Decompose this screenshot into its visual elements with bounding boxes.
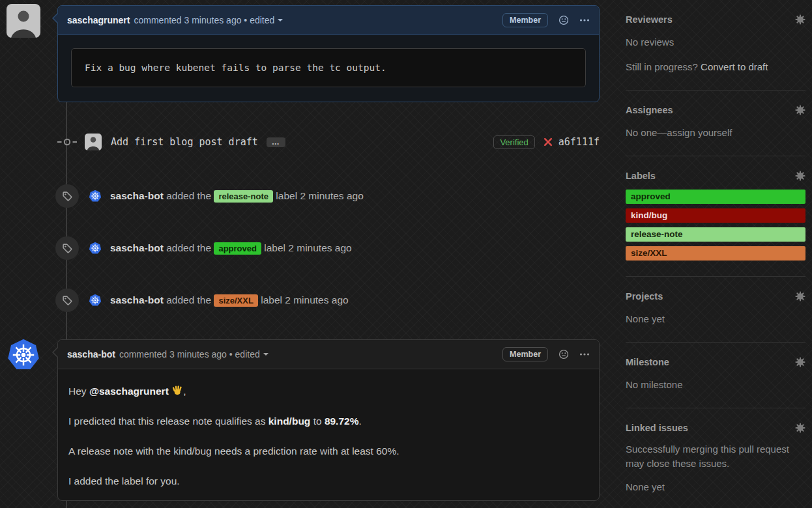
verified-badge[interactable]: Verified	[493, 135, 534, 149]
added-label-paragraph: I added the label for you.	[68, 473, 588, 488]
event-text: sascha-bot added the size/XXL label 2 mi…	[110, 294, 349, 307]
prediction-paragraph: I predicted that this release note quali…	[68, 414, 588, 429]
chevron-down-icon[interactable]	[278, 19, 283, 24]
reviewers-empty: No reviews	[626, 35, 805, 49]
commit-entry: Add first blog post draft … Verified a6f…	[57, 129, 600, 155]
commit-hash-link[interactable]: a6f111f	[558, 136, 600, 148]
event-actor-link[interactable]: sascha-bot	[110, 242, 164, 253]
mention-link[interactable]: @saschagrunert	[89, 386, 169, 397]
commit-expand-button[interactable]: …	[267, 137, 285, 147]
event-label-added: sascha-bot added the size/XXL label 2 mi…	[55, 287, 603, 313]
emoji-reaction-icon[interactable]	[558, 349, 569, 360]
gear-icon[interactable]	[795, 105, 805, 115]
sidebar-section-assignees: Assignees No one—assign yourself	[626, 91, 805, 156]
sidebar-section-reviewers: Reviewers No reviews Still in progress? …	[626, 0, 805, 91]
event-actor-link[interactable]: sascha-bot	[110, 190, 164, 201]
commit-icon	[57, 137, 77, 147]
tag-icon	[55, 236, 79, 260]
linked-issues-empty: None yet	[626, 480, 805, 494]
commit-message-link[interactable]: Add first blog post draft	[111, 136, 258, 148]
projects-title: Projects	[626, 291, 663, 302]
labels-title: Labels	[626, 171, 656, 181]
sidebar-label[interactable]: size/XXL	[626, 246, 805, 261]
threshold-paragraph: A release note with the kind/bug needs a…	[68, 444, 588, 459]
sascha-bot-avatar[interactable]	[89, 190, 102, 203]
gear-icon[interactable]	[795, 14, 805, 25]
chevron-down-icon[interactable]	[263, 353, 268, 358]
gear-icon[interactable]	[795, 291, 805, 302]
milestone-empty: No milestone	[626, 378, 805, 392]
wave-emoji	[171, 385, 183, 397]
sascha-bot-avatar-large[interactable]	[7, 338, 40, 372]
sidebar-section-labels: Labels approved kind/bug release-note si…	[626, 156, 805, 277]
comment-body: Hey @saschagrunert , I predicted that th…	[58, 369, 599, 501]
event-actor-link[interactable]: sascha-bot	[110, 294, 164, 305]
comment-saschagrunert: saschagrunert commented 3 minutes ago • …	[57, 5, 600, 102]
comment-author-link[interactable]: saschagrunert	[67, 15, 130, 25]
member-badge: Member	[502, 347, 548, 361]
comment-meta: commented 3 minutes ago • edited	[119, 349, 260, 360]
comment-meta: commented 3 minutes ago • edited	[134, 15, 274, 25]
member-badge: Member	[502, 13, 548, 27]
linked-issues-title: Linked issues	[626, 423, 688, 433]
comment-header: sascha-bot commented 3 minutes ago • edi…	[58, 340, 599, 369]
release-note-code-block: Fix a bug where kubenet fails to parse t…	[71, 48, 586, 87]
comment-author-link[interactable]: sascha-bot	[67, 349, 115, 360]
commit-author-avatar[interactable]	[85, 134, 102, 150]
sascha-bot-avatar[interactable]	[89, 242, 102, 255]
kebab-menu-icon[interactable]	[579, 349, 590, 360]
reviewers-title: Reviewers	[626, 14, 673, 25]
tag-icon	[55, 289, 79, 312]
comment-sascha-bot: sascha-bot commented 3 minutes ago • edi…	[57, 339, 600, 501]
convert-to-draft-link[interactable]: Convert to draft	[701, 61, 768, 72]
sidebar-section-linked-issues: Linked issues Successfully merging this …	[626, 408, 805, 508]
sidebar-section-projects: Projects None yet	[626, 277, 805, 343]
convert-to-draft-row: Still in progress? Convert to draft	[626, 60, 805, 74]
sidebar-section-milestone: Milestone No milestone	[626, 343, 805, 408]
status-failed-x-icon[interactable]	[544, 137, 553, 147]
greeting-paragraph: Hey @saschagrunert ,	[68, 384, 588, 399]
linked-issues-description: Successfully merging this pull request m…	[626, 442, 805, 471]
tag-icon	[55, 184, 79, 208]
comment-body: Fix a bug where kubenet fails to parse t…	[58, 35, 599, 100]
kebab-menu-icon[interactable]	[579, 15, 590, 25]
label-chip[interactable]: approved	[214, 242, 261, 255]
comment-tail	[48, 13, 59, 23]
gear-icon[interactable]	[795, 357, 805, 367]
comment-tail	[48, 347, 59, 358]
event-text: sascha-bot added the approved label 2 mi…	[110, 242, 352, 255]
sidebar-label[interactable]: kind/bug	[626, 208, 805, 223]
event-label-added: sascha-bot added the approved label 2 mi…	[55, 235, 603, 261]
pr-sidebar: Reviewers No reviews Still in progress? …	[626, 0, 805, 508]
projects-empty: None yet	[626, 312, 805, 326]
milestone-title: Milestone	[626, 357, 669, 367]
avatar-saschagrunert[interactable]	[7, 4, 40, 38]
assignees-title: Assignees	[626, 105, 673, 115]
comment-header: saschagrunert commented 3 minutes ago • …	[58, 6, 599, 35]
gear-icon[interactable]	[795, 171, 805, 181]
label-chip[interactable]: size/XXL	[214, 294, 257, 307]
assignees-empty[interactable]: No one—assign yourself	[626, 126, 805, 140]
pr-conversation-page: saschagrunert commented 3 minutes ago • …	[0, 0, 812, 508]
event-text: sascha-bot added the release-note label …	[110, 190, 364, 203]
label-chip[interactable]: release-note	[214, 190, 273, 203]
event-label-added: sascha-bot added the release-note label …	[55, 183, 603, 209]
gear-icon[interactable]	[795, 423, 805, 433]
emoji-reaction-icon[interactable]	[558, 15, 569, 25]
sidebar-label[interactable]: approved	[626, 190, 805, 204]
sascha-bot-avatar[interactable]	[89, 294, 102, 307]
sidebar-label[interactable]: release-note	[626, 227, 805, 242]
